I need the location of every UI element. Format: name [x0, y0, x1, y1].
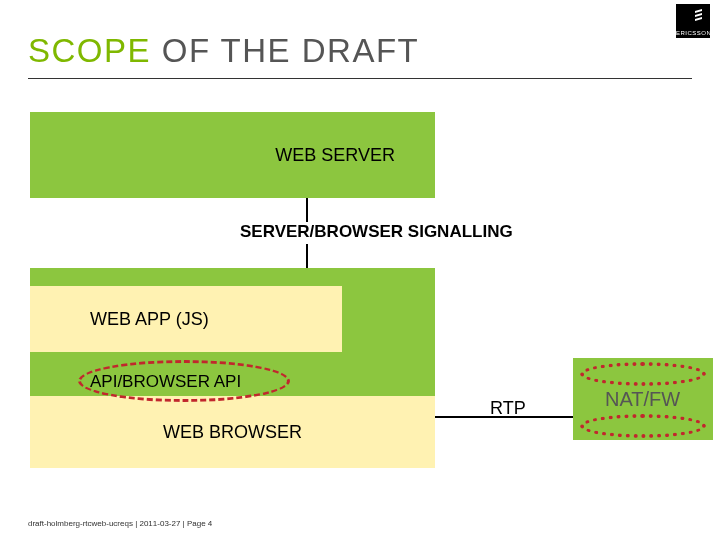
footer: draft-holmberg-rtcweb-ucreqs | 2011-03-2… [28, 519, 212, 528]
footer-date: 2011-03-27 [139, 519, 180, 528]
label-web-app-js: WEB APP (JS) [90, 309, 209, 330]
label-rtp: RTP [490, 398, 526, 419]
box-web-app-js: WEB APP (JS) [30, 286, 342, 352]
footer-doc: draft-holmberg-rtcweb-ucreqs [28, 519, 133, 528]
ericsson-logo-text: ERICSSON [676, 30, 710, 36]
footer-page: Page 4 [187, 519, 212, 528]
ericsson-logo: ERICSSON [676, 4, 710, 38]
page-title-rest: OF THE DRAFT [151, 32, 419, 69]
highlight-ellipse-api-icon [78, 360, 290, 402]
page-title-accent: SCOPE [28, 32, 151, 69]
ericsson-logo-bars-icon [695, 10, 702, 22]
box-web-server: WEB SERVER [30, 112, 435, 198]
connector-signalling-to-app [306, 244, 308, 268]
highlight-ellipse-natfw-bottom-icon [580, 414, 706, 438]
box-web-browser: WEB BROWSER [30, 396, 435, 468]
label-web-browser: WEB BROWSER [163, 422, 302, 443]
highlight-ellipse-natfw-top-icon [580, 362, 706, 386]
label-natfw: NAT/FW [605, 388, 680, 411]
page-title: SCOPE OF THE DRAFT [28, 32, 419, 70]
label-web-server: WEB SERVER [275, 145, 395, 166]
connector-server-to-signalling [306, 198, 308, 222]
title-rule [28, 78, 692, 79]
label-server-browser-signalling: SERVER/BROWSER SIGNALLING [240, 222, 513, 242]
